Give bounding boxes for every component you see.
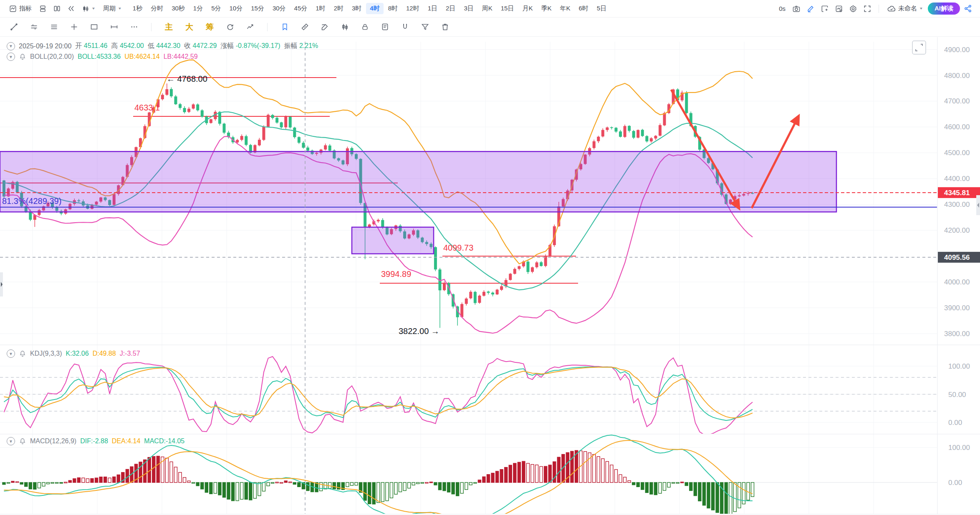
timeframe-button-季K[interactable]: 季K bbox=[537, 3, 555, 14]
timeframe-button-周K[interactable]: 周K bbox=[478, 3, 496, 14]
candle-datetime: 2025-09-19 20:00 bbox=[19, 43, 71, 50]
settings-gear-icon[interactable] bbox=[847, 3, 859, 15]
trash-icon[interactable] bbox=[439, 21, 451, 33]
axis-label: 50.00 bbox=[948, 391, 966, 399]
collapse-chevron-icon[interactable]: ▼ bbox=[7, 437, 15, 445]
timeframe-button-1日[interactable]: 1日 bbox=[424, 3, 441, 14]
trend-line-icon[interactable] bbox=[8, 21, 20, 33]
add-frame-icon[interactable] bbox=[818, 3, 831, 15]
replay-speed-label[interactable]: 0s bbox=[776, 3, 788, 14]
price-annotation: 3994.89 bbox=[381, 269, 411, 279]
share-icon[interactable] bbox=[962, 3, 974, 15]
draw-pencil-icon[interactable] bbox=[804, 3, 817, 15]
timeframe-button-3日[interactable]: 3日 bbox=[460, 3, 477, 14]
alert-bell-icon[interactable] bbox=[19, 53, 26, 60]
timeframe-button-15日[interactable]: 15日 bbox=[497, 3, 518, 14]
replay-rewind-icon[interactable] bbox=[65, 3, 77, 15]
axis-label: 3800.00 bbox=[944, 330, 970, 338]
timeframe-button-45分[interactable]: 45分 bbox=[290, 3, 311, 14]
zigzag-icon[interactable] bbox=[244, 21, 256, 33]
range-icon[interactable] bbox=[108, 21, 120, 33]
parallel-lines-icon[interactable] bbox=[28, 21, 40, 33]
alert-bell-icon[interactable] bbox=[19, 350, 26, 357]
candles-icon[interactable] bbox=[338, 21, 351, 33]
fullscreen-icon[interactable] bbox=[861, 3, 874, 15]
ohlc-row: ▼ 2025-09-19 20:00 开 4511.46 高 4542.00 低… bbox=[7, 42, 318, 50]
drawing-toolbar: 主大筹 bbox=[0, 18, 980, 37]
timeframe-button-3时[interactable]: 3时 bbox=[348, 3, 365, 14]
gold-mode-button-1[interactable]: 大 bbox=[183, 21, 196, 33]
timeframe-button-5分[interactable]: 5分 bbox=[207, 3, 225, 14]
price-annotation: 4099.73 bbox=[443, 243, 473, 252]
indicator-label: 指标 bbox=[19, 5, 32, 13]
timeframe-button-1分[interactable]: 1分 bbox=[189, 3, 207, 14]
amplitude-label: 振幅 bbox=[284, 42, 298, 49]
right-panel-toggle[interactable] bbox=[976, 195, 980, 215]
pencil-wave-icon[interactable] bbox=[318, 21, 331, 33]
timeframe-button-15分[interactable]: 15分 bbox=[247, 3, 268, 14]
axis-label: 0.00 bbox=[948, 479, 962, 487]
gold-mode-button-2[interactable]: 筹 bbox=[203, 21, 216, 33]
timeframe-button-6时[interactable]: 6时 bbox=[575, 3, 592, 14]
lock-icon[interactable] bbox=[359, 21, 371, 33]
funnel-icon[interactable] bbox=[419, 21, 431, 33]
bookmark-icon[interactable] bbox=[278, 21, 291, 33]
snapshot-badge-icon[interactable] bbox=[833, 3, 845, 15]
kdj-k-value: K:32.06 bbox=[66, 350, 88, 357]
camera-icon[interactable] bbox=[790, 3, 803, 15]
crosshair-price-badge-text: 4095.56 bbox=[944, 254, 970, 261]
timeframe-button-30秒[interactable]: 30秒 bbox=[168, 3, 189, 14]
divider bbox=[879, 5, 879, 13]
more-dots-icon[interactable] bbox=[128, 21, 140, 33]
timeframe-button-4时[interactable]: 4时 bbox=[366, 3, 383, 14]
timeframe-button-10分[interactable]: 10分 bbox=[226, 3, 247, 14]
period-dropdown[interactable]: 周期 ▼ bbox=[100, 3, 125, 14]
boll-ub-value: UB:4624.14 bbox=[124, 53, 160, 60]
timeframe-button-30分[interactable]: 30分 bbox=[269, 3, 290, 14]
magnet-icon[interactable] bbox=[399, 21, 411, 33]
timeframe-button-2日[interactable]: 2日 bbox=[442, 3, 459, 14]
boll-name[interactable]: BOLL(20,2.00) bbox=[30, 53, 74, 60]
refresh-icon[interactable] bbox=[224, 21, 236, 33]
timeframe-button-1时[interactable]: 1时 bbox=[312, 3, 329, 14]
chevron-down-icon: ▼ bbox=[919, 7, 923, 10]
change-label: 涨幅 bbox=[220, 42, 234, 49]
alert-bell-icon[interactable] bbox=[19, 437, 26, 445]
collapse-chevron-icon[interactable]: ▼ bbox=[7, 53, 15, 61]
macd-name[interactable]: MACD(12,26,9) bbox=[30, 437, 76, 445]
gold-mode-button-0[interactable]: 主 bbox=[162, 21, 175, 33]
cloud-save-status[interactable]: 未命名 ▼ bbox=[884, 3, 926, 15]
highlight-zone[interactable] bbox=[352, 227, 434, 254]
layout-grid-icon[interactable] bbox=[51, 3, 63, 15]
timeframe-button-8时[interactable]: 8时 bbox=[384, 3, 402, 14]
collapse-chevron-icon[interactable]: ▼ bbox=[7, 42, 15, 50]
timeframe-button-1秒[interactable]: 1秒 bbox=[129, 3, 146, 14]
ruler-icon[interactable] bbox=[298, 21, 311, 33]
timeframe-button-2时[interactable]: 2时 bbox=[330, 3, 347, 14]
axis-label: 4200.00 bbox=[944, 226, 970, 234]
timeframe-button-5日[interactable]: 5日 bbox=[593, 3, 610, 14]
macd-hist-value: MACD:-14.05 bbox=[144, 437, 184, 445]
axis-label: 100.00 bbox=[948, 362, 970, 370]
ai-analysis-button[interactable]: AI解读 bbox=[928, 3, 960, 15]
rectangle-icon[interactable] bbox=[88, 21, 100, 33]
timeframe-button-12时[interactable]: 12时 bbox=[402, 3, 423, 14]
macd-dea-value: DEA:4.14 bbox=[112, 437, 140, 445]
current-price-badge-text: 4345.81 bbox=[944, 189, 970, 197]
kdj-name[interactable]: KDJ(9,3,3) bbox=[30, 350, 62, 357]
compare-icon[interactable] bbox=[36, 3, 49, 15]
timeframe-button-分时[interactable]: 分时 bbox=[147, 3, 167, 14]
timeframe-row: 1秒分时30秒1分5分10分15分30分45分1时2时3时4时8时12时1日2日… bbox=[129, 3, 610, 14]
indicator-button[interactable]: 指标 bbox=[6, 1, 35, 16]
chart-type-selector[interactable]: ▼ bbox=[79, 3, 99, 14]
note-icon[interactable] bbox=[379, 21, 391, 33]
axis-label: 0.00 bbox=[948, 419, 962, 427]
expand-chart-button[interactable] bbox=[912, 41, 926, 54]
three-lines-icon[interactable] bbox=[48, 21, 60, 33]
timeframe-button-月K[interactable]: 月K bbox=[518, 3, 536, 14]
cross-icon[interactable] bbox=[68, 21, 80, 33]
axis-label: 4600.00 bbox=[944, 123, 970, 131]
left-panel-toggle[interactable] bbox=[0, 272, 3, 296]
timeframe-button-年K[interactable]: 年K bbox=[556, 3, 574, 14]
collapse-chevron-icon[interactable]: ▼ bbox=[7, 349, 15, 358]
